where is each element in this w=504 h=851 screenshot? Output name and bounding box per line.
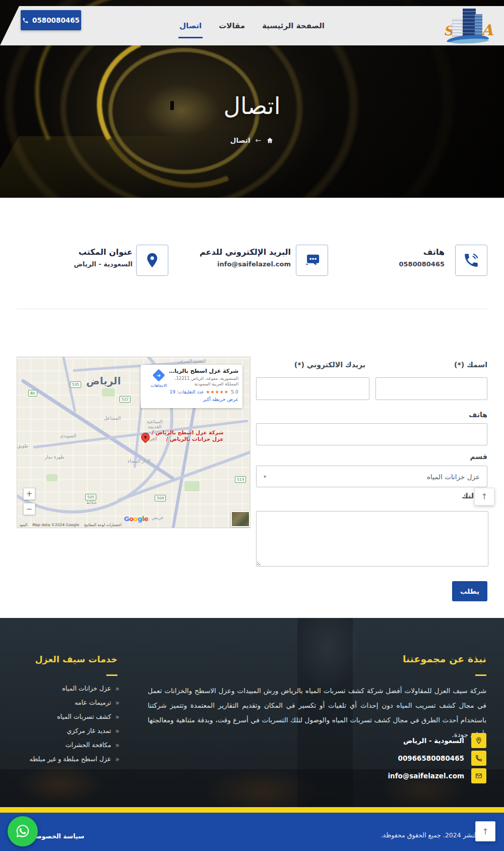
google-logo[interactable]: Google [124, 515, 148, 523]
nav-item-home[interactable]: الصفحة الرئيسية [261, 17, 326, 34]
map-pin-icon [136, 245, 168, 276]
chevrons-icon: « [115, 742, 119, 749]
logo-letter-s: S [444, 23, 453, 38]
footer-service-link[interactable]: « ترميمات عامه [75, 699, 119, 706]
message-textarea[interactable] [256, 511, 488, 566]
contact-card-phone: هاتف 0580080465 [399, 247, 445, 268]
page-title: اتصال [0, 92, 504, 120]
map-place-label: السويدي [60, 433, 76, 438]
phone-label: هاتف [469, 411, 487, 419]
view-larger-map-link[interactable]: عرض خريطة أكبر [145, 396, 238, 402]
bottom-bar: حقوق النشر 2024. جميع الحقوق محفوظة. سيا… [0, 813, 504, 851]
whatsapp-button[interactable] [8, 816, 38, 846]
logo-building [463, 9, 476, 37]
route-badge: 509 [155, 495, 166, 501]
footer-service-link[interactable]: « عزل خزانات المياه [62, 685, 119, 692]
mail-icon [471, 768, 486, 783]
footer-services-title: خدمات سيف العزل [35, 654, 117, 664]
chevron-down-icon: ▾ [264, 474, 266, 479]
chevrons-icon: « [115, 685, 119, 692]
section-divider [17, 309, 487, 309]
department-selected-value: عزل خزانات المياه [427, 473, 480, 481]
accent-strip [0, 807, 504, 813]
footer-about-title: نبذة عن مجموعتنا [403, 653, 486, 664]
home-icon[interactable] [266, 137, 274, 144]
map-data-credit: Map data ©2024 Google [32, 523, 79, 527]
route-badge: 522 [119, 396, 131, 403]
map-place-label: عريض [152, 515, 164, 520]
map-zoom-in-button[interactable]: + [23, 488, 35, 500]
email-label: بريدك الالكتروني (*) [294, 361, 365, 369]
directions-icon: ➜ [152, 369, 165, 381]
chevrons-icon: « [115, 699, 119, 706]
scroll-to-top-button[interactable]: ↑ [474, 488, 494, 505]
map-park [184, 481, 200, 491]
chevrons-icon: « [115, 713, 119, 720]
footer-phone[interactable]: 00966580080465 [398, 754, 464, 762]
footer-email-row: info@saifelazel.com [388, 768, 486, 783]
map-place-label: طويق [17, 443, 28, 448]
nav-item-contact[interactable]: اتصال [178, 17, 203, 34]
footer-phone-row: 00966580080465 [398, 751, 486, 766]
footer-heading-dash [475, 674, 486, 676]
map-terms-link[interactable]: البنود [19, 523, 27, 527]
map-place-address: المنصورية، مقوعه، الرياض 12211، المملكة … [170, 376, 238, 387]
map-keyboard-shortcuts-link[interactable]: اختصارات لوحة المفاتيح [84, 523, 121, 527]
header-phone-button[interactable]: 0580080465 [21, 10, 81, 30]
up-arrow-icon: ↑ [481, 492, 487, 501]
map-place-label: المشاعل [104, 416, 120, 421]
map-place-label: النسيم الشرقي [177, 359, 206, 364]
map-satellite-toggle[interactable] [231, 511, 250, 527]
route-badge: 513 [235, 476, 246, 483]
footer-address: السعودية - الرياض [403, 736, 464, 745]
phone-input[interactable] [256, 423, 487, 445]
google-map-embed[interactable]: الرياض الصناعية القديمة المشاعل السويدي … [17, 357, 250, 528]
department-label: قسم [470, 452, 487, 461]
nav-item-articles[interactable]: مقالات [218, 17, 246, 34]
directions-button[interactable]: ➜ الاتجاهات [146, 371, 172, 388]
name-input[interactable] [375, 377, 487, 400]
route-badge: 505 [85, 494, 96, 500]
breadcrumb-arrow-icon: ← [256, 136, 262, 144]
card-title: عنوان المكتب [74, 247, 133, 257]
card-phone-value[interactable]: 0580080465 [399, 260, 445, 268]
map-rating-value: 5.0 [231, 389, 238, 394]
scroll-to-top-button[interactable]: ↑ [475, 821, 495, 841]
company-logo[interactable]: S A [443, 7, 493, 44]
pin-icon [471, 733, 486, 748]
map-city-label: الرياض [86, 375, 121, 387]
footer-service-link[interactable]: « تمديد غاز مركزي [67, 727, 119, 734]
map-zoom-out-button[interactable]: − [23, 503, 35, 515]
up-arrow-icon: ↑ [482, 827, 488, 836]
map-park [46, 474, 57, 481]
footer-email[interactable]: info@saifelazel.com [388, 772, 464, 780]
phone-icon [455, 245, 487, 276]
department-select[interactable]: عزل خزانات المياه ▾ [256, 466, 487, 487]
route-badge: 80 [28, 390, 37, 396]
map-info-card: شركة عزل اسطح بالرياض / عزل خزا... المنص… [141, 365, 242, 408]
card-email-value[interactable]: info@saifelazel.com [200, 260, 291, 268]
logo-building [452, 19, 462, 37]
map-place-label: الدار البيضاء [128, 459, 150, 464]
whatsapp-icon [14, 823, 31, 840]
footer-heading-dash [106, 674, 117, 676]
map-reviews-link[interactable]: عدد التعليقات: 19 [169, 389, 204, 394]
card-title: البريد الإلكتروني للدعم [200, 247, 291, 257]
footer-address-row: السعودية - الرياض [403, 733, 486, 748]
footer-service-link[interactable]: « عزل اسطح مبلطة و غير مبلطه [29, 755, 119, 763]
footer-service-link[interactable]: « كشف تسربات المياه [57, 713, 119, 720]
submit-button[interactable]: يطلب [452, 581, 487, 601]
card-address-value: السعودية - الرياض [74, 260, 133, 268]
phone-icon [22, 17, 29, 24]
footer-service-link[interactable]: « مكافحة الحشرات [66, 741, 119, 749]
contact-card-email: البريد الإلكتروني للدعم info@saifelazel.… [200, 247, 291, 268]
footer: نبذة عن مجموعتنا شركة سيف العزل للمقاولا… [0, 618, 504, 807]
email-input[interactable] [256, 377, 369, 400]
map-place-label: ظهرة نمار [45, 455, 65, 460]
card-title: هاتف [399, 247, 445, 257]
chat-icon [296, 245, 328, 276]
route-badge: 535 [70, 381, 81, 388]
map-place-title: شركة عزل اسطح بالرياض / عزل خزا... [169, 368, 238, 374]
contact-card-address: عنوان المكتب السعودية - الرياض [74, 247, 133, 268]
phone-icon [471, 751, 486, 766]
